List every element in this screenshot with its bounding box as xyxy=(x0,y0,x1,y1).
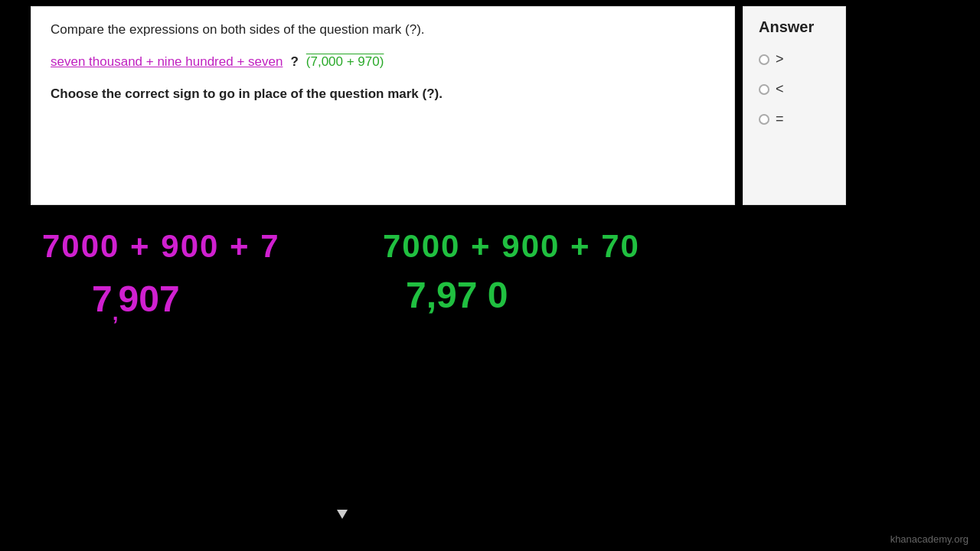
right-expression: (7,000 + 970) xyxy=(306,54,384,70)
watermark: khanacademy.org xyxy=(890,533,969,545)
option-less[interactable]: < xyxy=(759,81,830,97)
mouse-cursor xyxy=(337,510,348,519)
answer-title: Answer xyxy=(759,18,830,36)
blackboard-right-bottom: 7,97 0 xyxy=(406,274,508,316)
left-result-rest: 907 xyxy=(118,279,179,319)
radio-less[interactable] xyxy=(759,84,769,95)
question-area: Compare the expressions on both sides of… xyxy=(31,6,735,205)
blackboard-right-top: 7000 + 900 + 70 xyxy=(383,228,640,265)
blackboard-left-top: 7000 + 900 + 7 xyxy=(42,228,280,265)
right-result-value: 7,97 0 xyxy=(406,275,508,315)
option-equal[interactable]: = xyxy=(759,111,830,127)
expression-line: seven thousand + nine hundred + seven ? … xyxy=(51,54,715,70)
label-equal: = xyxy=(776,111,784,127)
label-less: < xyxy=(776,81,784,97)
radio-equal[interactable] xyxy=(759,114,769,125)
instruction-text: Compare the expressions on both sides of… xyxy=(51,22,715,37)
answer-panel: Answer > < = xyxy=(743,6,846,205)
blackboard-left-bottom: 7,907 xyxy=(92,278,180,325)
option-greater[interactable]: > xyxy=(759,51,830,67)
radio-greater[interactable] xyxy=(759,54,769,65)
blackboard: 7000 + 900 + 7 7,907 7000 + 900 + 70 7,9… xyxy=(0,213,980,551)
choose-text: Choose the correct sign to go in place o… xyxy=(51,86,715,102)
left-expression: seven thousand + nine hundred + seven xyxy=(51,54,283,70)
question-mark-symbol: ? xyxy=(290,54,298,70)
left-result-value: 7 xyxy=(92,279,113,319)
label-greater: > xyxy=(776,51,784,67)
